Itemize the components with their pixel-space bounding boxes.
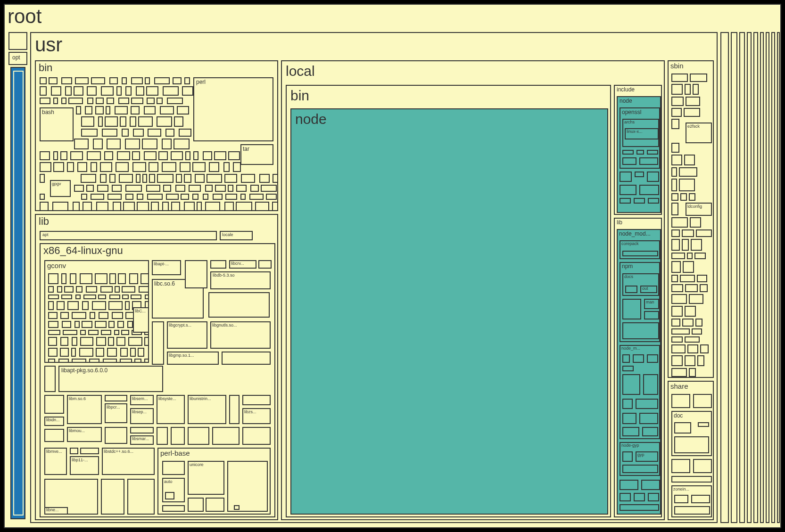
bin-small[interactable]: [158, 151, 168, 160]
cell-mod-s3[interactable]: [620, 493, 631, 501]
gconv-small[interactable]: [48, 337, 57, 346]
sbin-small[interactable]: [689, 294, 703, 304]
cell-spare21[interactable]: [127, 479, 155, 515]
gconv-small[interactable]: [74, 321, 80, 328]
bin-small[interactable]: [74, 185, 84, 192]
bin-small[interactable]: [91, 194, 104, 200]
sbin-small[interactable]: [686, 97, 700, 106]
cell-spare3[interactable]: [208, 292, 270, 318]
bin-small[interactable]: [130, 116, 136, 127]
bin-small[interactable]: [53, 162, 64, 172]
cell-docs[interactable]: docs out: [622, 273, 659, 296]
gconv-small[interactable]: [121, 330, 129, 335]
gconv-small[interactable]: [118, 273, 126, 284]
bin-small[interactable]: [74, 139, 89, 149]
bin-small[interactable]: [240, 194, 246, 200]
cell-e2fsck[interactable]: e2fsck: [686, 123, 712, 143]
cell-inc-s1[interactable]: [620, 172, 632, 182]
sbin-small[interactable]: [694, 253, 706, 259]
gconv-small[interactable]: [83, 295, 96, 299]
bin-small[interactable]: [81, 194, 87, 200]
bin-small[interactable]: [116, 162, 129, 172]
sbin-small[interactable]: [683, 261, 694, 273]
cell-spare17b[interactable]: [206, 498, 224, 512]
bin-small[interactable]: [184, 202, 195, 211]
bin-small[interactable]: [133, 129, 144, 137]
bin-small[interactable]: [236, 185, 247, 192]
gconv-small[interactable]: [72, 359, 86, 363]
sbin-small[interactable]: [685, 284, 698, 292]
gconv-small[interactable]: [96, 337, 106, 346]
gconv-small[interactable]: [60, 312, 69, 319]
bin-small[interactable]: [87, 151, 101, 160]
cell-libstdcpp[interactable]: libstdc++.so.6...: [102, 448, 155, 475]
bin-small[interactable]: [160, 106, 174, 115]
gconv-small[interactable]: [89, 359, 99, 363]
bin-small[interactable]: [61, 98, 66, 104]
cell-perl[interactable]: perl: [193, 77, 273, 141]
bin-small[interactable]: [241, 174, 255, 183]
sbin-small[interactable]: [684, 108, 700, 117]
sbin-small[interactable]: [697, 275, 707, 282]
cell-node-mod[interactable]: node_mod... corepack npm docs out: [617, 229, 661, 515]
bin-small[interactable]: [85, 106, 92, 115]
bin-small[interactable]: [173, 77, 182, 84]
gconv-small[interactable]: [99, 312, 108, 319]
cell-npm-s2[interactable]: [644, 311, 659, 319]
gconv-small[interactable]: [117, 321, 124, 328]
cell-libgcrypt[interactable]: libgcrypt.s...: [167, 321, 207, 349]
gconv-small[interactable]: [96, 348, 104, 357]
sbin-small[interactable]: [671, 284, 683, 292]
bin-small[interactable]: [40, 98, 50, 104]
bin-small[interactable]: [250, 185, 259, 192]
sbin-small[interactable]: [689, 368, 696, 377]
gconv-small[interactable]: [122, 295, 129, 299]
cell-man[interactable]: man: [644, 299, 659, 309]
bin-small[interactable]: [136, 174, 140, 183]
gconv-small[interactable]: [70, 273, 76, 284]
cell-npm-s1[interactable]: [622, 299, 641, 319]
bin-small[interactable]: [266, 194, 277, 200]
bin-small[interactable]: [157, 174, 174, 183]
bin-small[interactable]: [175, 185, 185, 192]
gconv-small[interactable]: [101, 330, 111, 335]
sbin-small[interactable]: [671, 203, 678, 215]
cell-zone-s2[interactable]: [691, 495, 710, 503]
gconv-small[interactable]: [108, 321, 115, 328]
gconv-small[interactable]: [131, 295, 141, 299]
bin-small[interactable]: [120, 116, 126, 127]
cell-opt-inner[interactable]: [13, 71, 24, 516]
sbin-small[interactable]: [671, 368, 687, 377]
bin-small[interactable]: [100, 162, 112, 172]
sbin-small[interactable]: [671, 336, 683, 343]
cell-npm[interactable]: npm docs out man: [620, 262, 660, 342]
bin-small[interactable]: [116, 86, 122, 96]
bin-small[interactable]: [87, 98, 93, 104]
cell-spare5[interactable]: [44, 366, 56, 392]
bin-small[interactable]: [142, 139, 157, 149]
cell-mod-s4[interactable]: [634, 493, 645, 501]
cell-opt-blue[interactable]: [10, 67, 25, 519]
gconv-small[interactable]: [86, 286, 97, 293]
bin-small[interactable]: [167, 98, 183, 104]
cell-spare20[interactable]: [101, 479, 124, 515]
strip-r9[interactable]: [777, 32, 780, 523]
cell-out[interactable]: out: [640, 286, 657, 293]
gconv-small[interactable]: [58, 359, 69, 363]
bin-small[interactable]: [109, 174, 116, 183]
sbin-small[interactable]: [671, 239, 680, 251]
cell-libsem[interactable]: libsem...: [130, 395, 154, 405]
bin-small[interactable]: [205, 185, 213, 192]
gconv-small[interactable]: [75, 295, 81, 299]
gconv-small[interactable]: [48, 359, 55, 363]
sbin-small[interactable]: [671, 355, 683, 366]
bin-small[interactable]: [177, 106, 189, 115]
bin-small[interactable]: [195, 174, 205, 183]
bin-small[interactable]: [157, 98, 163, 104]
sbin-small[interactable]: [671, 261, 681, 273]
sbin-small[interactable]: [671, 253, 685, 259]
cell-spare16[interactable]: [162, 461, 185, 475]
bin-small[interactable]: [105, 116, 118, 127]
cell-nm-s2[interactable]: [633, 354, 644, 363]
cell-spare6b[interactable]: [105, 395, 127, 401]
